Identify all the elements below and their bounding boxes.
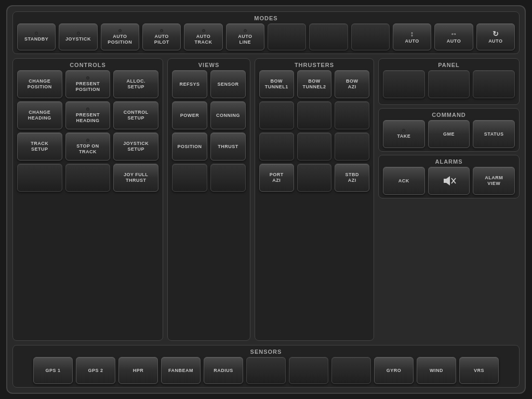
button-sensor[interactable]: SENSOR: [210, 70, 246, 98]
button-bow-azi[interactable]: BOWAZI: [335, 70, 369, 98]
button-track-setup[interactable]: TRACKSETUP: [17, 132, 62, 161]
button-auto-updown[interactable]: ↕AUTO: [393, 23, 431, 50]
button-bow-tunnel2[interactable]: BOWTUNNEL2: [297, 70, 332, 98]
button-port-azi[interactable]: PORTAZI: [259, 164, 294, 192]
button-empty3: [351, 23, 390, 50]
button-auto-pilot[interactable]: AUTOPILOT: [142, 23, 181, 50]
button-empty1: [268, 23, 306, 50]
button-empty1: [17, 164, 62, 192]
button-p3: [473, 70, 515, 98]
button-empty1: [172, 164, 207, 192]
button-s-empty3: [331, 357, 371, 384]
button-conning[interactable]: CONNING: [210, 101, 246, 129]
panel-label: PANEL: [383, 62, 515, 68]
button-change-heading[interactable]: CHANGEHEADING: [17, 101, 62, 129]
controls-label: CONTROLS: [17, 62, 158, 68]
button-alloc-setup[interactable]: ALLOC.SETUP: [113, 70, 158, 98]
button-empty2: [309, 23, 348, 50]
button-p1: [383, 70, 425, 98]
right-panel: PANEL COMMAND TAKEGMESTATUS ALARMS ACK A…: [378, 58, 520, 341]
button-alarm-view[interactable]: ALARMVIEW: [473, 167, 515, 195]
button-auto-rot[interactable]: ↻AUTO: [476, 23, 515, 50]
button-empty2: [210, 164, 246, 192]
alarms-section: ALARMS ACK ALARMVIEW: [378, 155, 520, 198]
button-gme[interactable]: GME: [428, 120, 470, 148]
button-bow-tunnel1[interactable]: BOWTUNNEL1: [259, 70, 294, 98]
svg-marker-0: [444, 176, 450, 185]
button-radius[interactable]: RADIUS: [204, 357, 243, 384]
button-stbd-azi[interactable]: STBDAZI: [335, 164, 369, 192]
controls-grid: CHANGEPOSITIONPRESENTPOSITIONALLOC.SETUP…: [17, 70, 158, 192]
button-mute[interactable]: [428, 167, 470, 195]
modes-label: MODES: [17, 15, 515, 21]
button-control-setup[interactable]: CONTROLSETUP: [113, 101, 158, 129]
button-gyro[interactable]: GYRO: [374, 357, 414, 384]
button-gps2[interactable]: GPS 2: [76, 357, 115, 384]
button-present-position[interactable]: PRESENTPOSITION: [65, 70, 111, 98]
views-grid: REFSYSSENSORPOWERCONNINGPOSITIONTHRUST: [172, 70, 246, 192]
sensors-row: GPS 1GPS 2HPRFANBEAMRADIUSGYROWINDVRS: [17, 357, 515, 384]
sensors-label: SENSORS: [17, 349, 515, 355]
button-auto-track[interactable]: AUTOTRACK: [184, 23, 222, 50]
button-present-heading[interactable]: PRESENTHEADING: [65, 101, 111, 129]
button-s-empty2: [289, 357, 328, 384]
command-grid: TAKEGMESTATUS: [383, 120, 515, 148]
panel-grid: [383, 70, 515, 101]
button-thrust[interactable]: THRUST: [210, 132, 246, 161]
button-take[interactable]: TAKE: [383, 120, 425, 148]
command-section: COMMAND TAKEGMESTATUS: [378, 108, 520, 152]
button-auto-position[interactable]: AUTOPOSITION: [101, 23, 139, 50]
button-t-empty5: [297, 132, 332, 161]
button-empty2: [65, 164, 111, 192]
button-stop-on-track[interactable]: STOP ONTRACK: [65, 132, 111, 161]
thrusters-section: THRUSTERS BOWTUNNEL1BOWTUNNEL2BOWAZIPORT…: [255, 58, 374, 341]
sensors-section: SENSORS GPS 1GPS 2HPRFANBEAMRADIUSGYROWI…: [12, 345, 520, 388]
button-hpr[interactable]: HPR: [118, 357, 158, 384]
button-standby[interactable]: STANDBY: [17, 23, 56, 50]
thrusters-grid: BOWTUNNEL1BOWTUNNEL2BOWAZIPORTAZISTBDAZI: [259, 70, 369, 192]
button-t-empty1: [259, 101, 294, 129]
button-ack[interactable]: ACK: [383, 167, 425, 195]
button-vrs[interactable]: VRS: [459, 357, 499, 384]
button-power[interactable]: POWER: [172, 101, 207, 129]
button-refsys[interactable]: REFSYS: [172, 70, 207, 98]
button-t-empty2: [297, 101, 332, 129]
views-label: VIEWS: [172, 62, 246, 68]
button-joy-full-thrust[interactable]: JOY FULLTHRUST: [113, 164, 158, 192]
button-change-position[interactable]: CHANGEPOSITION: [17, 70, 62, 98]
button-auto-line[interactable]: AUTOLINE: [226, 23, 264, 50]
modes-section: MODES STANDBYJOYSTICKAUTOPOSITIONAUTOPIL…: [12, 11, 520, 54]
button-gps1[interactable]: GPS 1: [33, 357, 73, 384]
controls-section: CONTROLS CHANGEPOSITIONPRESENTPOSITIONAL…: [12, 58, 163, 341]
thrusters-label: THRUSTERS: [259, 62, 369, 68]
views-section: VIEWS REFSYSSENSORPOWERCONNINGPOSITIONTH…: [167, 58, 250, 341]
button-position[interactable]: POSITION: [172, 132, 207, 161]
button-fanbeam[interactable]: FANBEAM: [161, 357, 201, 384]
alarms-grid: ACK ALARMVIEW: [383, 167, 515, 195]
panel-sub-section: PANEL: [378, 58, 520, 105]
button-p2: [428, 70, 470, 98]
button-t-empty7: [297, 164, 332, 192]
button-wind[interactable]: WIND: [417, 357, 456, 384]
button-t-empty4: [259, 132, 294, 161]
main-panel: MODES STANDBYJOYSTICKAUTOPOSITIONAUTOPIL…: [6, 5, 526, 394]
middle-row: CONTROLS CHANGEPOSITIONPRESENTPOSITIONAL…: [12, 58, 520, 341]
button-t-empty3: [335, 101, 369, 129]
modes-row: STANDBYJOYSTICKAUTOPOSITIONAUTOPILOTAUTO…: [17, 23, 515, 50]
alarms-label: ALARMS: [383, 158, 515, 165]
button-s-empty1: [246, 357, 286, 384]
button-auto-lr[interactable]: ↔AUTO: [434, 23, 473, 50]
button-status[interactable]: STATUS: [473, 120, 515, 148]
command-label: COMMAND: [383, 112, 515, 118]
button-joystick-setup[interactable]: JOYSTICKSETUP: [113, 132, 158, 161]
button-t-empty6: [335, 132, 369, 161]
button-joystick[interactable]: JOYSTICK: [59, 23, 97, 50]
